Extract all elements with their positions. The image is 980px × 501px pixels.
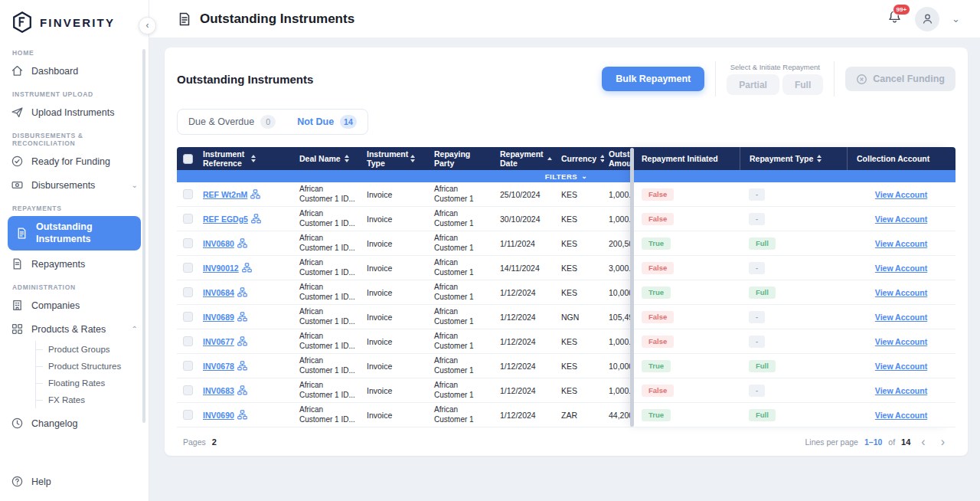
repaying-party-cell: African Customer 1	[430, 405, 495, 424]
account-chevron-down-icon[interactable]: ⌄	[952, 13, 960, 25]
column-header-repayment-type[interactable]: Repayment Type	[740, 147, 847, 170]
column-header-deal-name[interactable]: Deal Name	[295, 147, 362, 170]
instrument-reference-link[interactable]: INV90012	[203, 264, 239, 273]
tab-due-overdue[interactable]: Due & Overdue 0	[178, 110, 286, 134]
sidebar-item-dashboard[interactable]: Dashboard	[0, 59, 149, 83]
row-checkbox[interactable]	[183, 189, 193, 199]
full-repayment-button[interactable]: Full	[782, 74, 823, 95]
row-checkbox[interactable]	[183, 214, 193, 224]
instrument-reference-link[interactable]: INV0678	[203, 362, 234, 371]
row-checkbox[interactable]	[183, 312, 193, 322]
deal-name-cell: African Customer 1 ID...	[295, 307, 362, 326]
view-account-link[interactable]: View Account	[875, 288, 927, 297]
section-label-instrument-upload: INSTRUMENT UPLOAD	[0, 83, 149, 100]
row-checkbox[interactable]	[183, 385, 193, 395]
column-header-repaying-party[interactable]: Repaying Party	[430, 147, 495, 170]
instrument-reference-link[interactable]: INV0680	[203, 239, 234, 248]
column-header-instrument-reference[interactable]: Instrument Reference	[198, 147, 295, 170]
hierarchy-icon[interactable]	[237, 385, 247, 395]
column-header-instrument-type[interactable]: Instrument Type	[362, 147, 430, 170]
sidebar-item-outstanding-instruments[interactable]: Outstanding Instruments	[8, 216, 141, 250]
hierarchy-icon[interactable]	[251, 214, 261, 224]
hierarchy-icon[interactable]	[237, 312, 247, 322]
repayment-date-cell: 1/12/2024	[495, 288, 557, 297]
row-checkbox[interactable]	[183, 410, 193, 420]
total-lines: 14	[901, 437, 910, 447]
main-area: Outstanding Instruments 99+ ⌄ Outstandin…	[149, 0, 980, 501]
sidebar-subitem-product-structures[interactable]: Product Structures	[36, 358, 149, 375]
sidebar-collapse-button[interactable]: ‹	[139, 17, 156, 34]
cancel-funding-label: Cancel Funding	[873, 74, 945, 84]
partial-repayment-button[interactable]: Partial	[727, 74, 779, 95]
history-icon	[11, 417, 24, 430]
row-checkbox[interactable]	[183, 263, 193, 273]
view-account-link[interactable]: View Account	[875, 337, 927, 346]
sidebar-subitem-floating-rates[interactable]: Floating Rates	[36, 375, 149, 391]
view-account-link[interactable]: View Account	[875, 190, 927, 199]
repayment-type-badge: -	[749, 311, 765, 323]
column-header-collection-account[interactable]: Collection Account	[847, 147, 956, 170]
view-account-link[interactable]: View Account	[875, 264, 927, 273]
hierarchy-icon[interactable]	[237, 238, 247, 248]
sidebar-subitem-fx-rates[interactable]: FX Rates	[36, 391, 149, 408]
repayment-initiated-cell: True	[632, 360, 740, 372]
view-account-link[interactable]: View Account	[875, 411, 927, 420]
previous-page-button[interactable]: ‹	[916, 436, 929, 448]
pinned-table-row: True Full View Account	[632, 280, 956, 305]
sidebar-item-ready-for-funding[interactable]: Ready for Funding	[0, 149, 149, 173]
select-all-checkbox[interactable]	[183, 154, 193, 164]
row-checkbox[interactable]	[183, 336, 193, 346]
cancel-funding-button[interactable]: Cancel Funding	[845, 67, 956, 91]
view-account-link[interactable]: View Account	[875, 362, 927, 371]
sidebar-item-changelog[interactable]: Changelog	[0, 411, 149, 435]
instrument-reference-link[interactable]: INV0689	[203, 313, 234, 322]
hierarchy-icon[interactable]	[242, 263, 252, 273]
view-account-link[interactable]: View Account	[875, 214, 927, 224]
repayment-type-badge: -	[749, 385, 765, 397]
hierarchy-icon[interactable]	[237, 287, 247, 297]
instrument-type-cell: Invoice	[362, 239, 430, 248]
brand[interactable]: FINVERITY	[0, 0, 149, 41]
sidebar-item-companies[interactable]: Companies	[0, 293, 149, 317]
sort-icon	[410, 155, 415, 162]
notifications-button[interactable]: 99+	[887, 9, 903, 28]
sidebar-item-products-rates[interactable]: Products & Rates ⌃	[0, 317, 149, 341]
sidebar-item-help[interactable]: Help	[0, 470, 149, 493]
instrument-reference-link[interactable]: INV0690	[203, 411, 234, 420]
column-header-repayment-initiated[interactable]: Repayment Initiated	[632, 147, 740, 170]
instrument-reference-link[interactable]: INV0684	[203, 288, 234, 297]
column-header-currency[interactable]: Currency	[557, 147, 604, 170]
instrument-reference-link[interactable]: INV0683	[203, 386, 234, 395]
next-page-button[interactable]: ›	[936, 436, 949, 448]
instrument-reference-link[interactable]: REF Wt2nM	[203, 190, 247, 199]
sidebar-subitem-product-groups[interactable]: Product Groups	[36, 341, 149, 358]
row-checkbox[interactable]	[183, 361, 193, 371]
deal-name-cell: African Customer 1 ID...	[295, 381, 362, 400]
hierarchy-icon[interactable]	[237, 336, 247, 346]
sidebar-item-upload-instruments[interactable]: Upload Instruments	[0, 100, 149, 124]
section-label-home: HOME	[0, 41, 149, 59]
hierarchy-icon[interactable]	[250, 189, 260, 199]
tab-not-due[interactable]: Not Due 14	[286, 110, 368, 134]
hierarchy-icon[interactable]	[237, 361, 247, 371]
instrument-reference-link[interactable]: REF EGDg5	[203, 214, 248, 224]
column-resize-handle[interactable]	[630, 148, 634, 427]
repayment-initiated-cell: True	[632, 237, 740, 250]
lines-range-select[interactable]: 1–10	[864, 437, 882, 447]
sidebar-item-repayments[interactable]: Repayments	[0, 252, 149, 276]
sidebar-item-disbursements[interactable]: Disbursements ⌄	[0, 173, 149, 197]
instrument-reference-link[interactable]: INV0677	[203, 337, 234, 346]
row-checkbox[interactable]	[183, 287, 193, 297]
row-checkbox[interactable]	[183, 238, 193, 248]
user-menu-button[interactable]	[915, 7, 939, 31]
hierarchy-icon[interactable]	[237, 410, 247, 420]
current-page: 2	[212, 437, 217, 447]
column-header-repayment-date[interactable]: Repayment Date	[495, 147, 557, 170]
bulk-repayment-button[interactable]: Bulk Repayment	[602, 67, 704, 91]
collection-account-cell: View Account	[847, 214, 956, 224]
instrument-reference-cell: INV0680	[198, 238, 295, 248]
user-icon	[921, 12, 934, 25]
view-account-link[interactable]: View Account	[875, 386, 927, 395]
view-account-link[interactable]: View Account	[875, 239, 927, 248]
view-account-link[interactable]: View Account	[875, 313, 927, 322]
